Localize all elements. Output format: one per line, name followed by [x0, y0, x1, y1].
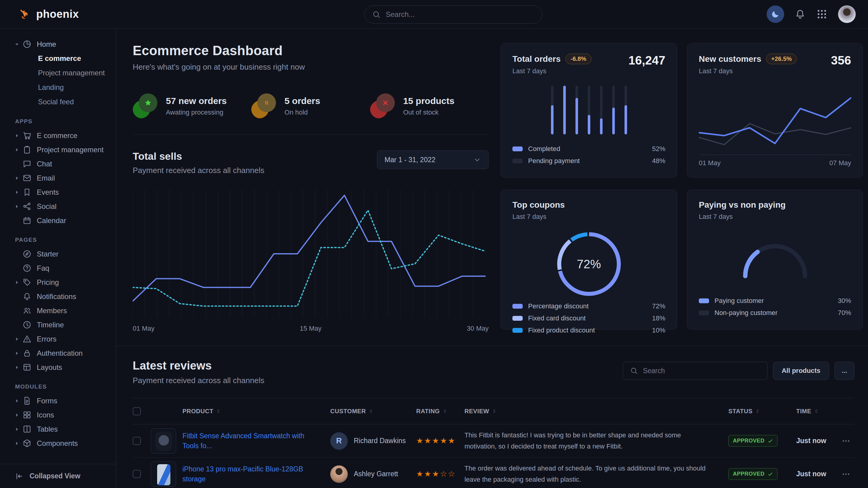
sidebar-item-errors[interactable]: Errors — [0, 332, 116, 346]
caret-right-icon[interactable] — [14, 398, 20, 404]
moon-icon — [771, 9, 780, 19]
product-link[interactable]: iPhone 13 pro max-Pacific Blue-128GB sto… — [183, 464, 330, 484]
collapsed-view-label: Collapsed View — [30, 472, 80, 480]
reviews-more-button[interactable]: ... — [835, 362, 855, 380]
legend-swatch — [699, 298, 709, 303]
sidebar-section-heading: APPS — [0, 109, 116, 128]
top-coupons-period: Last 7 days — [513, 213, 665, 221]
notifications-bell-icon[interactable] — [795, 8, 806, 20]
legend-swatch — [513, 304, 523, 308]
sidebar-item-project-management[interactable]: Project management — [0, 142, 116, 157]
sidebar-subitem-e-commerce[interactable]: E commerce — [0, 51, 116, 66]
sidebar-item-layouts[interactable]: Layouts — [0, 360, 116, 375]
collapsed-view-toggle[interactable]: Collapsed View — [0, 464, 116, 488]
caret-right-icon[interactable] — [14, 133, 20, 139]
caret-right-icon[interactable] — [14, 280, 20, 286]
reviews-search-input[interactable] — [643, 367, 761, 375]
status-badge: APPROVED — [728, 468, 777, 480]
sidebar-item-pricing[interactable]: Pricing — [0, 275, 116, 289]
row-actions-dots-icon[interactable] — [841, 469, 850, 479]
sidebar-item-calendar[interactable]: Calendar — [0, 214, 116, 228]
total-sells-title: Total sells — [133, 151, 264, 162]
user-avatar[interactable] — [838, 5, 856, 23]
latest-reviews-title: Latest reviews — [133, 359, 264, 372]
sidebar-item-chat[interactable]: Chat — [0, 157, 116, 171]
caret-right-icon[interactable] — [14, 441, 20, 446]
caret-right-icon[interactable] — [14, 412, 20, 418]
sidebar-item-e-commerce[interactable]: E commerce — [0, 128, 116, 142]
sidebar-item-notifications[interactable]: Notifications — [0, 289, 116, 303]
caret-down-icon[interactable] — [14, 41, 20, 47]
sidebar-item-forms[interactable]: Forms — [0, 394, 116, 408]
search-icon — [372, 10, 381, 19]
sidebar-item-faq[interactable]: Faq — [0, 261, 116, 275]
sidebar-item-authentication[interactable]: Authentication — [0, 346, 116, 360]
row-actions-dots-icon[interactable] — [841, 436, 850, 446]
legend-row: Non-paying customer 70% — [699, 307, 851, 319]
collapse-icon — [15, 472, 24, 481]
brand[interactable]: phoenix — [18, 7, 79, 21]
new-customers-line-chart — [699, 88, 851, 153]
customer-name: Ashley Garrett — [354, 470, 398, 478]
column-header-rating[interactable]: RATING — [416, 408, 464, 415]
theme-toggle-button[interactable] — [767, 5, 784, 23]
stat-sublabel: On hold — [284, 108, 320, 116]
sidebar-item-social[interactable]: Social — [0, 199, 116, 214]
check-icon — [768, 438, 773, 444]
caret-right-icon[interactable] — [14, 364, 20, 370]
caret-right-icon[interactable] — [14, 189, 20, 195]
sort-icon — [442, 409, 447, 414]
caret-right-icon[interactable] — [14, 350, 20, 356]
sidebar-item-email[interactable]: Email — [0, 171, 116, 185]
apps-grid-icon[interactable] — [816, 8, 828, 20]
date-range-value: Mar 1 - 31, 2022 — [384, 156, 435, 164]
all-products-button[interactable]: All products — [773, 362, 829, 380]
file-text-icon — [22, 396, 32, 405]
product-thumbnail[interactable] — [151, 428, 176, 454]
x-axis-label: 15 May — [300, 325, 321, 332]
sidebar-item-label: Forms — [37, 397, 57, 405]
global-search-input[interactable] — [386, 10, 535, 19]
product-link[interactable]: Fitbit Sense Advanced Smartwatch with To… — [183, 431, 330, 450]
column-header-product[interactable]: PRODUCT — [183, 408, 330, 415]
table-row: Fitbit Sense Advanced Smartwatch with To… — [133, 424, 855, 458]
sidebar-item-label: Project management — [37, 145, 103, 154]
sidebar-item-events[interactable]: Events — [0, 185, 116, 199]
column-header-time[interactable]: TIME — [796, 408, 841, 415]
global-search[interactable] — [364, 5, 542, 24]
chevron-down-icon — [473, 156, 481, 164]
column-header-review[interactable]: REVIEW — [464, 408, 728, 415]
sidebar-item-timeline[interactable]: Timeline — [0, 318, 116, 332]
row-checkbox[interactable] — [133, 470, 141, 478]
customer-avatar: R — [330, 432, 348, 450]
caret-right-icon[interactable] — [14, 203, 20, 209]
sidebar-item-members[interactable]: Members — [0, 303, 116, 318]
reviews-search[interactable] — [623, 362, 768, 380]
sidebar-item-label: Home — [37, 40, 56, 48]
sidebar-item-home[interactable]: Home — [0, 37, 116, 51]
row-checkbox[interactable] — [133, 437, 141, 445]
caret-right-icon[interactable] — [14, 426, 20, 432]
date-range-select[interactable]: Mar 1 - 31, 2022 — [377, 151, 489, 169]
sidebar-subitem-project-management[interactable]: Project management — [0, 66, 116, 80]
caret-right-icon[interactable] — [14, 336, 20, 342]
sidebar-item-components[interactable]: Components — [0, 436, 116, 450]
select-all-checkbox[interactable] — [133, 407, 141, 415]
legend-row: Completed 52% — [513, 143, 665, 155]
legend-value: 18% — [652, 314, 665, 322]
sidebar-subitem-landing[interactable]: Landing — [0, 80, 116, 95]
sidebar-item-starter[interactable]: Starter — [0, 247, 116, 261]
caret-right-icon[interactable] — [14, 147, 20, 153]
sidebar-subitem-social-feed[interactable]: Social feed — [0, 95, 116, 109]
stat-icon-blob — [133, 93, 158, 119]
column-header-status[interactable]: STATUS — [728, 408, 796, 415]
sidebar-item-icons[interactable]: Icons — [0, 408, 116, 422]
product-thumbnail[interactable] — [151, 461, 176, 487]
sidebar-item-tables[interactable]: Tables — [0, 422, 116, 436]
mail-icon — [22, 173, 32, 183]
sidebar-item-label: Calendar — [37, 217, 66, 225]
column-header-customer[interactable]: CUSTOMER — [330, 408, 416, 415]
cart-icon — [22, 131, 32, 140]
caret-right-icon[interactable] — [14, 175, 20, 181]
stat-icon-blob — [251, 93, 277, 119]
